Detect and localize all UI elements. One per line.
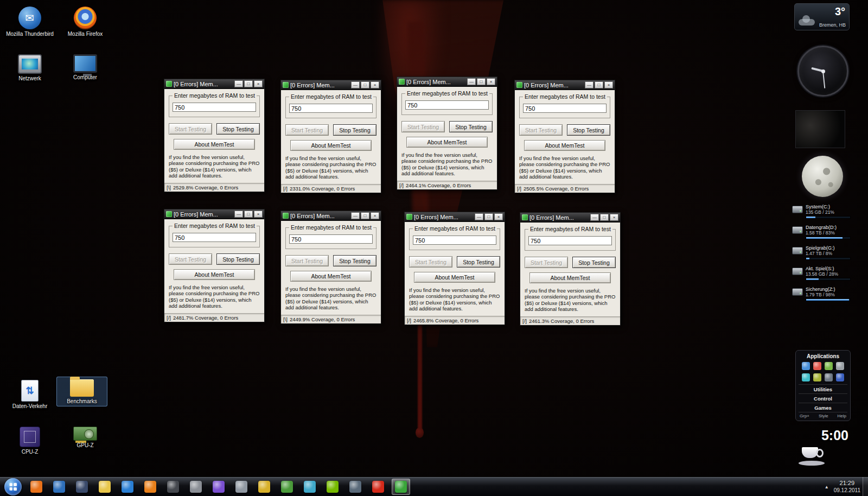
analog-clock-gadget[interactable] — [797, 46, 848, 97]
app-section-utilities[interactable]: Utilities — [799, 384, 847, 393]
app-teal-icon[interactable] — [802, 373, 810, 381]
minimize-button[interactable]: — — [475, 213, 483, 220]
taskbar-icon-app-purple[interactable] — [209, 479, 228, 495]
app-launcher-gadget[interactable]: Applications UtilitiesControlGames Grp+S… — [795, 350, 851, 421]
maximize-button[interactable]: □ — [244, 80, 253, 87]
about-memtest-button[interactable]: About MemTest — [414, 272, 495, 283]
start-testing-button[interactable]: Start Testing — [519, 124, 563, 136]
memtest-titlebar[interactable]: [0 Errors] Mem... — □ × — [281, 211, 381, 221]
memtest-titlebar[interactable]: [0 Errors] Mem... — □ × — [397, 77, 497, 87]
app-navy-icon[interactable] — [836, 373, 844, 381]
maximize-button[interactable]: □ — [361, 81, 369, 88]
ram-input[interactable] — [528, 236, 612, 245]
taskbar-icon-remote-desktop[interactable] — [346, 479, 365, 495]
taskbar-icon-opera[interactable] — [369, 479, 387, 495]
minimize-button[interactable]: — — [590, 214, 599, 221]
about-memtest-button[interactable]: About MemTest — [524, 140, 605, 151]
minimize-button[interactable]: — — [585, 81, 593, 88]
stop-testing-button[interactable]: Stop Testing — [572, 257, 616, 268]
app-green-icon[interactable] — [825, 362, 833, 370]
memtest-titlebar[interactable]: [0 Errors] Mem... — □ × — [281, 80, 381, 90]
memtest-titlebar[interactable]: [0 Errors] Mem... — □ × — [164, 209, 264, 219]
ram-input[interactable] — [405, 100, 489, 110]
close-button[interactable]: × — [254, 80, 263, 87]
ram-input[interactable] — [173, 103, 256, 112]
ram-input[interactable] — [523, 104, 607, 113]
about-memtest-button[interactable]: About MemTest — [290, 271, 372, 282]
desktop-icon[interactable]: Benchmarks — [56, 377, 107, 406]
taskbar-icon-app-cat[interactable] — [187, 479, 205, 495]
drive-meter-row[interactable]: Spielgrab(G:) 1.47 TB / 8% — [792, 245, 851, 260]
about-memtest-button[interactable]: About MemTest — [174, 139, 255, 150]
start-testing-button[interactable]: Start Testing — [525, 257, 568, 268]
taskbar-icon-explorer[interactable] — [95, 479, 114, 495]
maximize-button[interactable]: □ — [477, 78, 486, 85]
close-button[interactable]: × — [604, 81, 613, 88]
ram-input[interactable] — [413, 236, 496, 245]
tea-timer-gadget[interactable]: 5:00 — [796, 428, 851, 466]
photo-slideshow-gadget[interactable] — [795, 110, 845, 148]
taskbar-icon-app-green[interactable] — [278, 479, 296, 495]
app-footer-style[interactable]: Style — [819, 414, 828, 418]
stop-testing-button[interactable]: Stop Testing — [216, 123, 260, 135]
desktop-icon[interactable]: Mozilla Thunderbird — [4, 4, 55, 39]
minimize-button[interactable]: — — [234, 80, 243, 87]
taskbar-icon-thunderbird[interactable] — [50, 479, 68, 495]
maximize-button[interactable]: □ — [361, 212, 369, 219]
start-testing-button[interactable]: Start Testing — [401, 121, 445, 132]
desktop-icon[interactable]: Computer — [60, 52, 111, 82]
memtest-titlebar[interactable]: [0 Errors] Mem... — □ × — [515, 80, 615, 90]
start-testing-button[interactable]: Start Testing — [169, 253, 212, 265]
drive-meter-row[interactable]: Akt. Spiel(S:) 13.58 GB / 28% — [792, 266, 851, 281]
close-button[interactable]: × — [487, 78, 495, 85]
ram-input[interactable] — [289, 234, 373, 244]
memtest-titlebar[interactable]: [0 Errors] Mem... — □ × — [405, 212, 505, 222]
taskbar-icon-app-dark[interactable] — [164, 479, 182, 495]
desktop-icon[interactable]: Daten-Verkehr — [4, 378, 55, 411]
maximize-button[interactable]: □ — [600, 214, 609, 221]
memtest-titlebar[interactable]: [0 Errors] Mem... — □ × — [164, 79, 264, 89]
desktop-icon[interactable]: CPU-Z — [4, 424, 55, 456]
stop-testing-button[interactable]: Stop Testing — [457, 256, 500, 268]
close-button[interactable]: × — [610, 214, 618, 221]
desktop-icon[interactable]: Mozilla Firefox — [60, 4, 111, 39]
stop-testing-button[interactable]: Stop Testing — [567, 124, 610, 136]
tray-clock[interactable]: 21:29 09.12.2011 — [834, 480, 860, 494]
app-section-games[interactable]: Games — [799, 403, 847, 412]
app-footer-help[interactable]: Help — [838, 414, 846, 418]
close-button[interactable]: × — [254, 211, 263, 218]
desktop-icon[interactable]: GPU-Z — [60, 424, 111, 450]
taskbar-icon-vlc[interactable] — [141, 479, 159, 495]
desktop-icon[interactable]: Netzwerk — [4, 52, 55, 83]
tray-expand-icon[interactable]: ▲ — [825, 485, 829, 489]
start-button[interactable] — [4, 478, 22, 495]
taskbar-icon-firefox[interactable] — [27, 479, 46, 495]
stop-testing-button[interactable]: Stop Testing — [333, 255, 376, 266]
weather-gadget[interactable]: 3° Bremen, HB — [794, 3, 850, 30]
start-testing-button[interactable]: Start Testing — [169, 123, 212, 135]
close-button[interactable]: × — [371, 81, 379, 88]
taskbar-icon-memtest[interactable] — [392, 479, 410, 495]
minimize-button[interactable]: — — [351, 81, 360, 88]
close-button[interactable]: × — [494, 213, 503, 220]
taskbar-icon-nvidia[interactable] — [323, 479, 342, 495]
maximize-button[interactable]: □ — [484, 213, 493, 220]
taskbar-icon-screenshot[interactable] — [301, 479, 319, 495]
maximize-button[interactable]: □ — [595, 81, 603, 88]
about-memtest-button[interactable]: About MemTest — [174, 269, 255, 280]
taskbar-icon-settings[interactable] — [232, 479, 251, 495]
ram-input[interactable] — [289, 104, 373, 113]
start-testing-button[interactable]: Start Testing — [285, 124, 329, 136]
close-button[interactable]: × — [371, 212, 379, 219]
taskbar-icon-media-player[interactable] — [118, 479, 137, 495]
about-memtest-button[interactable]: About MemTest — [406, 137, 488, 148]
start-testing-button[interactable]: Start Testing — [285, 255, 329, 266]
taskbar-icon-app-yellow[interactable] — [255, 479, 273, 495]
app-olive-icon[interactable] — [813, 373, 821, 381]
minimize-button[interactable]: — — [234, 211, 243, 218]
minimize-button[interactable]: — — [351, 212, 360, 219]
about-memtest-button[interactable]: About MemTest — [529, 272, 611, 283]
ram-input[interactable] — [173, 233, 256, 242]
drive-meter-row[interactable]: Datengrab(D:) 1.58 TB / 83% — [792, 225, 851, 240]
start-testing-button[interactable]: Start Testing — [409, 256, 452, 268]
